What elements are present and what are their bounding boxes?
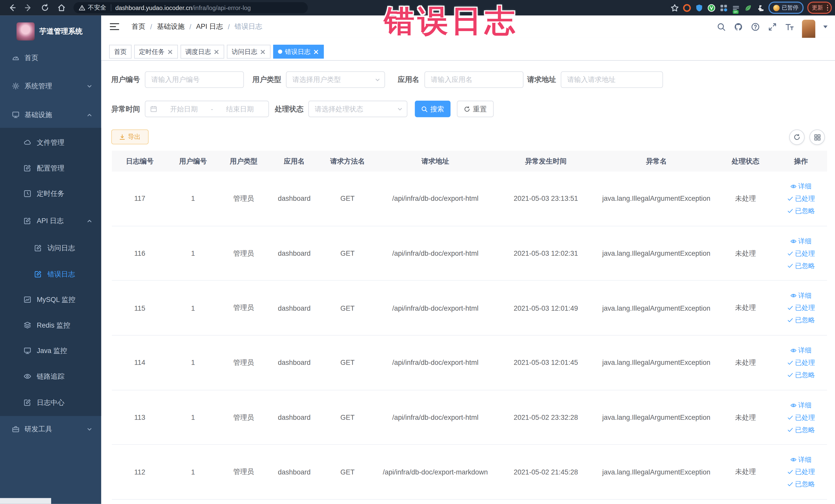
- check-icon: [787, 195, 793, 202]
- mark-processed-link[interactable]: 已处理: [787, 303, 815, 313]
- mark-processed-link[interactable]: 已处理: [787, 467, 815, 477]
- column-settings-button[interactable]: [809, 129, 825, 145]
- warning-icon: [79, 5, 85, 11]
- check-icon: [787, 414, 793, 421]
- sidebar-item-redis-monitor[interactable]: Redis 监控: [0, 312, 101, 338]
- breadcrumb-home[interactable]: 首页: [131, 22, 145, 31]
- tab-scheduled-jobs[interactable]: 定时任务: [134, 45, 178, 59]
- chevron-up-icon: [87, 218, 92, 224]
- breadcrumb-api-log[interactable]: API 日志: [196, 22, 223, 31]
- date-range-picker[interactable]: 开始日期 - 结束日期: [145, 101, 269, 117]
- extensions-puzzle-icon[interactable]: [756, 3, 765, 12]
- mark-ignored-link[interactable]: 已忽略: [787, 370, 815, 380]
- mark-ignored-link[interactable]: 已忽略: [787, 315, 815, 326]
- check-icon: [787, 360, 793, 366]
- security-indicator[interactable]: 不安全: [79, 4, 106, 12]
- caret-down-icon[interactable]: [823, 25, 828, 28]
- divider: [110, 4, 111, 11]
- export-button[interactable]: 导出: [111, 129, 149, 144]
- detail-link[interactable]: 详细: [790, 181, 812, 191]
- sidebar-item-system[interactable]: 系统管理: [0, 73, 101, 99]
- extension-grid-icon[interactable]: [719, 3, 728, 12]
- home-icon[interactable]: [57, 3, 66, 12]
- detail-link[interactable]: 详细: [790, 345, 812, 356]
- extension-leaf-icon[interactable]: [744, 3, 752, 12]
- extension-green-icon[interactable]: [707, 3, 716, 12]
- check-icon: [787, 305, 793, 311]
- mark-processed-link[interactable]: 已处理: [787, 193, 815, 204]
- edit-square-icon: [23, 217, 31, 224]
- monitor-icon: [12, 110, 20, 118]
- profile-paused-chip[interactable]: 已暂停: [769, 2, 803, 14]
- screenshot-root: 不安全 dashboard.yudao.iocoder.cn/infra/log…: [0, 0, 835, 504]
- extension-shield-icon[interactable]: [695, 3, 703, 12]
- tab-schedule-log[interactable]: 调度日志: [180, 45, 224, 59]
- user-id-label: 用户编号: [111, 72, 140, 88]
- sidebar-item-infrastructure[interactable]: 基础设施: [0, 101, 101, 127]
- breadcrumb-infrastructure[interactable]: 基础设施: [157, 22, 185, 31]
- mark-ignored-link[interactable]: 已忽略: [787, 205, 815, 216]
- sidebar-toggle-icon[interactable]: [109, 23, 119, 30]
- request-url-input[interactable]: [561, 72, 663, 88]
- tab-access-log[interactable]: 访问日志: [227, 45, 270, 59]
- sidebar-item-tracing[interactable]: 链路追踪: [0, 363, 101, 389]
- reset-button[interactable]: 重置: [457, 101, 494, 117]
- mark-ignored-link[interactable]: 已忽略: [787, 479, 815, 490]
- close-icon[interactable]: [213, 49, 220, 55]
- search-icon[interactable]: [717, 22, 726, 31]
- app-logo-link[interactable]: 芋道管理系统: [0, 19, 101, 44]
- status-select[interactable]: [308, 101, 407, 117]
- sidebar-item-mysql-monitor[interactable]: MySQL 监控: [0, 286, 101, 313]
- emoji-avatar-icon: [773, 5, 779, 11]
- mark-processed-link[interactable]: 已处理: [787, 412, 815, 423]
- sidebar-item-api-log[interactable]: API 日志: [0, 207, 101, 234]
- sidebar-item-error-log[interactable]: 错误日志: [0, 261, 101, 287]
- mark-ignored-link[interactable]: 已忽略: [787, 260, 815, 271]
- back-icon[interactable]: [7, 3, 16, 12]
- tab-home[interactable]: 首页: [109, 45, 131, 59]
- user-type-select[interactable]: [286, 72, 385, 88]
- paused-label: 已暂停: [782, 4, 798, 12]
- refresh-table-button[interactable]: [789, 129, 805, 145]
- main-content: 用户编号 用户类型 应用名 请求地址 异常时间 开始日期 - 结束日期 处理状态…: [101, 60, 835, 504]
- sidebar-item-file-management[interactable]: 文件管理: [0, 129, 101, 155]
- address-bar[interactable]: 不安全 dashboard.yudao.iocoder.cn/infra/log…: [74, 2, 308, 13]
- grid-icon: [814, 134, 820, 140]
- sidebar-item-java-monitor[interactable]: Java 监控: [0, 337, 101, 364]
- sidebar-item-access-log[interactable]: 访问日志: [0, 235, 101, 261]
- search-button[interactable]: 搜索: [415, 101, 450, 117]
- detail-link[interactable]: 详细: [790, 400, 812, 410]
- forward-icon[interactable]: [24, 3, 33, 12]
- app-name-label: 应用名: [398, 72, 420, 88]
- chevron-down-icon: [87, 426, 92, 432]
- font-size-icon[interactable]: [785, 22, 794, 31]
- browser-update-chip[interactable]: 更新: [807, 2, 832, 14]
- close-icon[interactable]: [313, 49, 319, 55]
- tab-error-log[interactable]: 错误日志: [273, 45, 324, 59]
- sidebar-item-scheduled-jobs[interactable]: 定时任务: [0, 180, 101, 206]
- help-icon[interactable]: [751, 22, 760, 31]
- reload-icon[interactable]: [41, 3, 49, 12]
- browser-menu-icon[interactable]: [827, 5, 828, 11]
- fullscreen-icon[interactable]: [768, 22, 777, 31]
- extension-orange-icon[interactable]: [683, 3, 691, 12]
- user-id-input[interactable]: [145, 72, 244, 88]
- github-icon[interactable]: [734, 22, 743, 31]
- app-name-input[interactable]: [424, 72, 523, 88]
- sidebar-item-log-center[interactable]: 日志中心: [0, 389, 101, 416]
- detail-link[interactable]: 详细: [790, 455, 812, 465]
- sidebar-item-home[interactable]: 首页: [0, 44, 101, 70]
- detail-link[interactable]: 详细: [790, 290, 812, 301]
- extension-on-badge-icon[interactable]: on: [732, 3, 740, 12]
- sidebar-item-config-management[interactable]: 配置管理: [0, 155, 101, 181]
- detail-link[interactable]: 详细: [790, 236, 812, 246]
- sidebar-item-dev-tools[interactable]: 研发工具: [0, 416, 101, 442]
- mark-processed-link[interactable]: 已处理: [787, 248, 815, 259]
- close-icon[interactable]: [260, 49, 266, 55]
- close-icon[interactable]: [167, 49, 173, 55]
- bookmark-star-icon[interactable]: [670, 3, 679, 12]
- extension-badge-label: on: [733, 10, 738, 14]
- mark-ignored-link[interactable]: 已忽略: [787, 424, 815, 435]
- mark-processed-link[interactable]: 已处理: [787, 357, 815, 368]
- security-label: 不安全: [88, 4, 106, 12]
